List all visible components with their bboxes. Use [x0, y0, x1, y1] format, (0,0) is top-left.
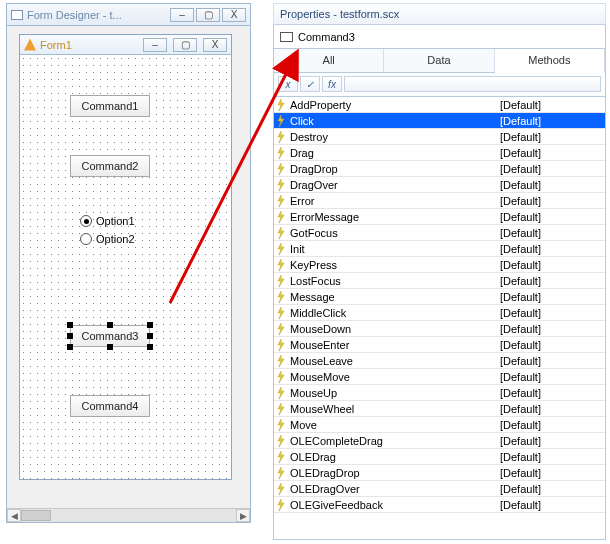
method-row[interactable]: Message[Default]	[274, 289, 605, 305]
event-icon	[276, 355, 288, 367]
method-row[interactable]: OLEDragDrop[Default]	[274, 465, 605, 481]
horizontal-scrollbar[interactable]: ◀ ▶	[7, 508, 250, 522]
method-row[interactable]: ErrorMessage[Default]	[274, 209, 605, 225]
method-value: [Default]	[500, 499, 603, 511]
method-name: MiddleClick	[290, 307, 500, 319]
method-row[interactable]: OLEDrag[Default]	[274, 449, 605, 465]
form1-design-surface[interactable]: Command1 Command2 Option1 Option2 Comman…	[20, 55, 231, 479]
method-value: [Default]	[500, 115, 603, 127]
method-row[interactable]: MouseUp[Default]	[274, 385, 605, 401]
method-value: [Default]	[500, 307, 603, 319]
maximize-button[interactable]: ▢	[196, 8, 220, 22]
method-row[interactable]: OLECompleteDrag[Default]	[274, 433, 605, 449]
scroll-thumb[interactable]	[21, 510, 51, 521]
command1-button[interactable]: Command1	[70, 95, 150, 117]
close-button[interactable]: X	[222, 8, 246, 22]
event-icon	[276, 371, 288, 383]
method-row[interactable]: Move[Default]	[274, 417, 605, 433]
form1-close-button[interactable]: X	[203, 38, 227, 52]
method-row[interactable]: Init[Default]	[274, 241, 605, 257]
method-name: OLEDragDrop	[290, 467, 500, 479]
option1-label: Option1	[96, 215, 135, 227]
event-icon	[276, 147, 288, 159]
method-row[interactable]: Destroy[Default]	[274, 129, 605, 145]
properties-window: Properties - testform.scx Command3 All D…	[273, 3, 606, 540]
resize-handle[interactable]	[67, 333, 73, 339]
scroll-left-icon[interactable]: ◀	[7, 509, 21, 522]
filter-accept-button[interactable]: ✓	[300, 76, 320, 92]
object-selector[interactable]: Command3	[273, 25, 606, 49]
resize-handle[interactable]	[107, 322, 113, 328]
form1-window[interactable]: Form1 – ▢ X Command1 Command2 Option1 Op…	[19, 34, 232, 480]
method-row[interactable]: MouseMove[Default]	[274, 369, 605, 385]
resize-handle[interactable]	[107, 344, 113, 350]
form1-titlebar[interactable]: Form1 – ▢ X	[20, 35, 231, 55]
event-icon	[276, 243, 288, 255]
method-name: MouseDown	[290, 323, 500, 335]
method-row[interactable]: KeyPress[Default]	[274, 257, 605, 273]
filter-value-field[interactable]	[344, 76, 601, 92]
method-name: OLEDragOver	[290, 483, 500, 495]
method-value: [Default]	[500, 243, 603, 255]
method-row[interactable]: DragDrop[Default]	[274, 161, 605, 177]
event-icon	[276, 179, 288, 191]
method-value: [Default]	[500, 355, 603, 367]
method-row[interactable]: MiddleClick[Default]	[274, 305, 605, 321]
method-name: AddProperty	[290, 99, 500, 111]
method-name: MouseLeave	[290, 355, 500, 367]
command3-selected[interactable]: Command3	[70, 325, 150, 347]
filter-toolbar: x ✓ fx	[273, 73, 606, 97]
method-name: KeyPress	[290, 259, 500, 271]
scroll-right-icon[interactable]: ▶	[236, 509, 250, 522]
method-row[interactable]: AddProperty[Default]	[274, 97, 605, 113]
event-icon	[276, 499, 288, 511]
event-icon	[276, 435, 288, 447]
filter-expression-button[interactable]: fx	[322, 76, 342, 92]
method-value: [Default]	[500, 339, 603, 351]
method-value: [Default]	[500, 147, 603, 159]
method-row[interactable]: Error[Default]	[274, 193, 605, 209]
event-icon	[276, 387, 288, 399]
method-row[interactable]: LostFocus[Default]	[274, 273, 605, 289]
method-row[interactable]: MouseWheel[Default]	[274, 401, 605, 417]
resize-handle[interactable]	[67, 322, 73, 328]
filter-cancel-button[interactable]: x	[278, 76, 298, 92]
form-designer-titlebar[interactable]: Form Designer - t... – ▢ X	[7, 4, 250, 26]
event-icon	[276, 467, 288, 479]
event-icon	[276, 339, 288, 351]
methods-grid[interactable]: AddProperty[Default]Click[Default]Destro…	[273, 97, 606, 540]
method-row[interactable]: MouseLeave[Default]	[274, 353, 605, 369]
method-name: ErrorMessage	[290, 211, 500, 223]
command2-button[interactable]: Command2	[70, 155, 150, 177]
method-name: Message	[290, 291, 500, 303]
method-row[interactable]: Drag[Default]	[274, 145, 605, 161]
method-row[interactable]: GotFocus[Default]	[274, 225, 605, 241]
command4-button[interactable]: Command4	[70, 395, 150, 417]
minimize-button[interactable]: –	[170, 8, 194, 22]
form1-maximize-button[interactable]: ▢	[173, 38, 197, 52]
resize-handle[interactable]	[67, 344, 73, 350]
method-row[interactable]: OLEGiveFeedback[Default]	[274, 497, 605, 513]
event-icon	[276, 211, 288, 223]
tab-all[interactable]: All	[274, 49, 384, 72]
resize-handle[interactable]	[147, 322, 153, 328]
method-name: LostFocus	[290, 275, 500, 287]
method-row[interactable]: MouseDown[Default]	[274, 321, 605, 337]
method-row[interactable]: OLEDragOver[Default]	[274, 481, 605, 497]
tab-data[interactable]: Data	[384, 49, 494, 72]
method-value: [Default]	[500, 403, 603, 415]
resize-handle[interactable]	[147, 333, 153, 339]
method-name: MouseEnter	[290, 339, 500, 351]
method-value: [Default]	[500, 259, 603, 271]
option2-radio[interactable]: Option2	[80, 233, 135, 245]
method-row[interactable]: MouseEnter[Default]	[274, 337, 605, 353]
method-row[interactable]: Click[Default]	[274, 113, 605, 129]
tab-methods[interactable]: Methods	[495, 49, 605, 73]
fox-icon	[24, 39, 36, 51]
object-name: Command3	[298, 31, 355, 43]
form1-minimize-button[interactable]: –	[143, 38, 167, 52]
method-row[interactable]: DragOver[Default]	[274, 177, 605, 193]
option1-radio[interactable]: Option1	[80, 215, 135, 227]
resize-handle[interactable]	[147, 344, 153, 350]
scroll-track[interactable]	[21, 509, 236, 522]
